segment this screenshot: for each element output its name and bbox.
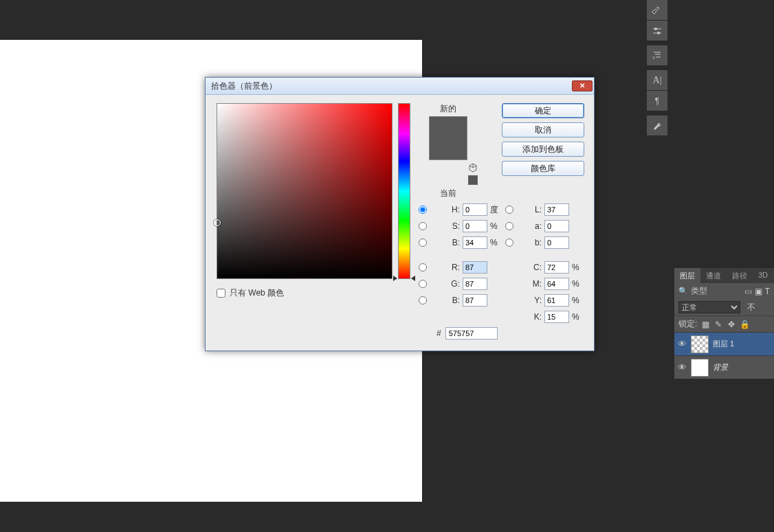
color-picker-dialog: 拾色器（前景色） ✕ 只有 Web 颜色 新的	[205, 77, 595, 351]
web-safe-swatch-icon[interactable]	[468, 175, 478, 185]
lab-b-label: b:	[522, 238, 542, 247]
hue-handle-left[interactable]	[393, 276, 397, 281]
bb-input[interactable]	[463, 236, 487, 249]
type-icon[interactable]: A|	[647, 70, 667, 91]
rgb-b-label: B:	[441, 296, 460, 305]
color-libraries-button[interactable]: 颜色库	[502, 161, 584, 176]
tab-layers[interactable]: 图层	[674, 268, 700, 283]
y-label: Y:	[522, 296, 542, 305]
saturation-brightness-field[interactable]	[217, 103, 392, 279]
wrench-icon[interactable]	[647, 115, 667, 136]
k-unit: %	[572, 312, 584, 322]
hue-slider[interactable]	[398, 103, 410, 279]
right-toolbar: A| ¶	[647, 0, 667, 136]
g-radio[interactable]	[419, 280, 427, 288]
r-input[interactable]	[463, 261, 487, 274]
lock-transparency-icon[interactable]: ▦	[700, 320, 710, 329]
web-colors-label: 只有 Web 颜色	[230, 287, 284, 299]
rgb-b-input[interactable]	[463, 294, 487, 307]
layer-item-background[interactable]: 👁 背景	[674, 355, 774, 379]
y-input[interactable]	[544, 294, 569, 307]
character-panel-icon[interactable]	[647, 45, 667, 66]
visibility-eye-icon[interactable]: 👁	[677, 339, 687, 349]
filter-type-icon[interactable]: ▭	[744, 287, 752, 296]
current-color-swatch[interactable]	[430, 138, 467, 159]
l-input[interactable]	[544, 203, 569, 216]
paragraph-icon[interactable]: ¶	[647, 91, 667, 111]
k-input[interactable]	[544, 311, 569, 323]
svg-point-2	[654, 27, 657, 30]
l-radio[interactable]	[505, 206, 513, 214]
color-swatches	[429, 116, 467, 160]
l-label: L:	[522, 205, 542, 214]
opacity-label: 不	[747, 302, 755, 313]
filter-type-icon3[interactable]: T	[765, 287, 770, 296]
filter-icon: 🔍	[678, 287, 688, 296]
s-radio[interactable]	[419, 222, 427, 230]
g-input[interactable]	[463, 278, 487, 290]
hex-input[interactable]	[445, 327, 498, 340]
r-radio[interactable]	[419, 263, 427, 271]
cancel-button[interactable]: 取消	[502, 122, 584, 137]
sliders-icon[interactable]	[647, 21, 667, 41]
h-radio[interactable]	[419, 206, 427, 214]
bb-radio[interactable]	[419, 239, 427, 247]
r-label: R:	[441, 263, 460, 272]
c-input[interactable]	[544, 261, 569, 274]
current-color-label: 当前	[440, 188, 456, 199]
bb-label: B:	[441, 238, 460, 247]
tab-paths[interactable]: 路径	[727, 268, 753, 283]
web-colors-checkbox-input[interactable]	[217, 289, 225, 298]
layer-item-1[interactable]: 👁 图层 1	[674, 332, 774, 355]
hue-handle-right[interactable]	[411, 276, 415, 281]
s-label: S:	[441, 221, 460, 231]
layer-name[interactable]: 背景	[713, 362, 728, 373]
filter-label: 类型	[691, 285, 707, 297]
svg-point-3	[657, 32, 660, 34]
c-unit: %	[572, 263, 584, 272]
layer-thumbnail[interactable]	[691, 359, 709, 377]
dialog-title: 拾色器（前景色）	[211, 80, 572, 92]
cube-icon[interactable]	[468, 163, 478, 173]
layer-name[interactable]: 图层 1	[713, 339, 734, 349]
add-to-swatches-button[interactable]: 添加到色板	[502, 142, 584, 157]
h-label: H:	[441, 205, 460, 214]
lock-all-icon[interactable]: 🔒	[740, 320, 749, 329]
b-radio[interactable]	[419, 296, 427, 304]
color-values-grid: H: 度 L: S: % a: B: % b:	[419, 203, 584, 323]
web-colors-only-checkbox[interactable]: 只有 Web 颜色	[217, 287, 410, 299]
layers-panel: 图层 通道 路径 3D 🔍 类型 ▭ ▣ T 正常 不 锁定: ▦ ✎ ✥ 🔒 …	[674, 268, 774, 379]
bb-unit: %	[490, 238, 502, 247]
lock-paint-icon[interactable]: ✎	[714, 320, 723, 329]
h-unit: 度	[490, 204, 502, 216]
a-input[interactable]	[544, 220, 569, 232]
s-input[interactable]	[463, 220, 487, 232]
a-radio[interactable]	[505, 222, 513, 230]
new-color-swatch[interactable]	[430, 117, 467, 138]
ok-button[interactable]: 确定	[502, 103, 584, 118]
lock-label: 锁定:	[678, 318, 697, 330]
new-color-label: 新的	[440, 103, 456, 115]
h-input[interactable]	[463, 203, 487, 216]
brush-icon[interactable]	[647, 0, 667, 21]
lock-position-icon[interactable]: ✥	[727, 320, 736, 329]
k-label: K:	[522, 312, 542, 322]
color-cursor[interactable]	[214, 219, 221, 226]
dialog-titlebar[interactable]: 拾色器（前景色） ✕	[206, 78, 594, 95]
layer-thumbnail[interactable]	[691, 335, 709, 353]
hex-label: #	[436, 329, 441, 338]
m-input[interactable]	[544, 278, 569, 290]
close-button[interactable]: ✕	[572, 80, 593, 91]
m-unit: %	[572, 279, 584, 289]
tab-3d[interactable]: 3D	[753, 268, 773, 283]
c-label: C:	[522, 263, 542, 272]
lab-b-radio[interactable]	[505, 239, 513, 247]
m-label: M:	[522, 279, 542, 289]
lab-b-input[interactable]	[544, 236, 569, 249]
visibility-eye-icon[interactable]: 👁	[677, 362, 687, 373]
blend-mode-select[interactable]: 正常	[678, 301, 740, 313]
panel-tabs: 图层 通道 路径 3D	[674, 268, 774, 283]
a-label: a:	[522, 221, 542, 231]
filter-type-icon2[interactable]: ▣	[755, 287, 762, 296]
tab-channels[interactable]: 通道	[700, 268, 727, 283]
